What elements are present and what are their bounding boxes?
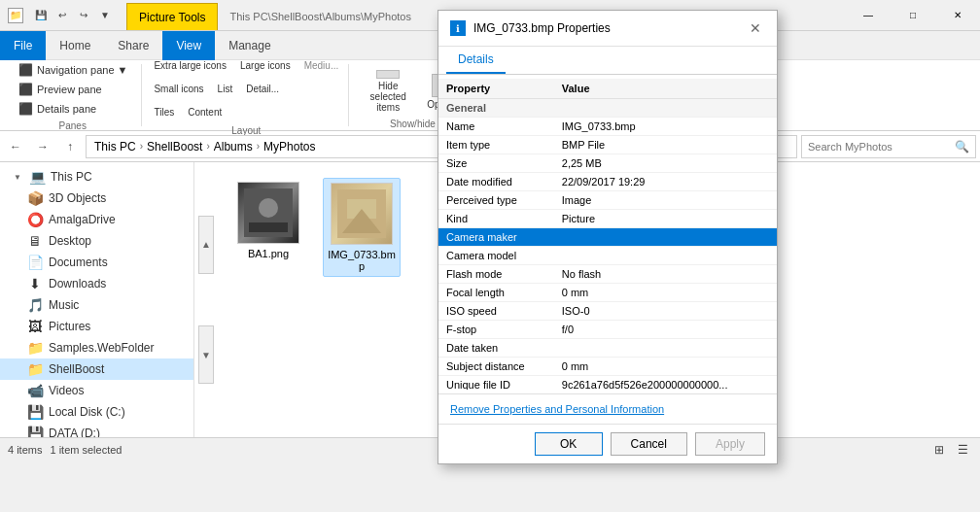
table-row: Item type BMP File	[438, 136, 777, 154]
table-row: Size 2,25 MB	[438, 154, 777, 173]
property-col-header: Property	[438, 79, 554, 99]
general-section: General	[438, 99, 777, 118]
table-row: Date modified 22/09/2017 19:29	[438, 173, 777, 191]
dialog-tab-details[interactable]: Details	[446, 47, 506, 74]
table-row-selected[interactable]: Camera maker	[438, 228, 777, 247]
props-table: Property Value General Name IMG_0733.bmp	[438, 79, 777, 390]
table-row: Camera model	[438, 247, 777, 265]
dialog-overlay: ℹ IMG_0733.bmp Properties ✕ Details Prop…	[0, 0, 980, 512]
value-col-header: Value	[554, 79, 777, 99]
table-row: Flash mode No flash	[438, 265, 777, 284]
properties-dialog: ℹ IMG_0733.bmp Properties ✕ Details Prop…	[438, 10, 778, 464]
ok-button[interactable]: OK	[535, 432, 603, 456]
dialog-title-text: IMG_0733.bmp Properties	[473, 21, 738, 35]
table-row: Perceived type Image	[438, 191, 777, 210]
dialog-tabs: Details	[438, 47, 777, 75]
props-scroll[interactable]: Property Value General Name IMG_0733.bmp	[438, 79, 777, 390]
dialog-title-icon: ℹ	[450, 20, 466, 36]
table-row: Name IMG_0733.bmp	[438, 118, 777, 136]
table-row: Focal length 0 mm	[438, 284, 777, 302]
dialog-buttons: OK Cancel Apply	[438, 424, 777, 463]
apply-button[interactable]: Apply	[695, 432, 765, 456]
table-row: Date taken	[438, 339, 777, 358]
table-row: ISO speed ISO-0	[438, 302, 777, 321]
dialog-title-bar: ℹ IMG_0733.bmp Properties ✕	[438, 11, 777, 47]
dialog-close-btn[interactable]: ✕	[746, 18, 765, 38]
table-row: F-stop f/0	[438, 321, 777, 339]
table-row: Unique file ID 9c261a76d5f526e2000000000…	[438, 376, 777, 391]
table-row: Kind Picture	[438, 210, 777, 228]
dialog-content: Property Value General Name IMG_0733.bmp	[438, 75, 777, 393]
remove-properties-link[interactable]: Remove Properties and Personal Informati…	[450, 403, 664, 415]
table-row: Subject distance 0 mm	[438, 358, 777, 376]
cancel-button[interactable]: Cancel	[611, 432, 687, 456]
remove-link-row: Remove Properties and Personal Informati…	[438, 393, 777, 424]
